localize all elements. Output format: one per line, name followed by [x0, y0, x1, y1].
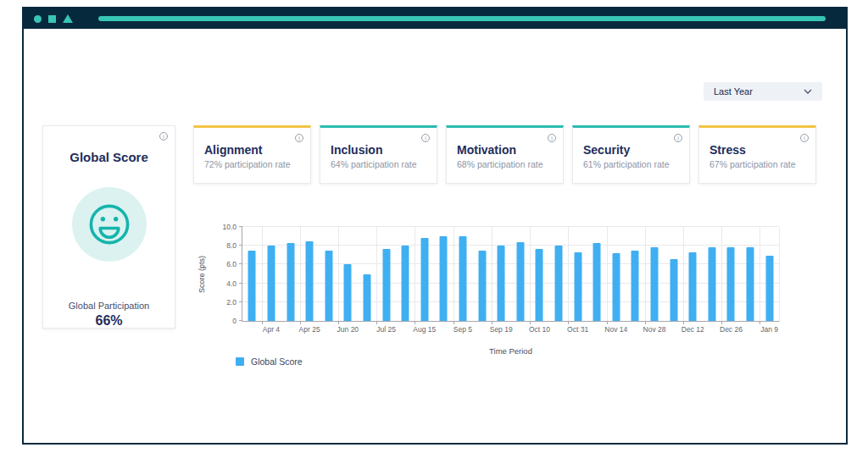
smiley-face-icon [86, 202, 132, 247]
chart-x-tick-label: Nov 28 [643, 325, 666, 334]
chart-bar[interactable] [267, 246, 275, 321]
chart-bar[interactable] [344, 264, 352, 321]
global-score-title: Global Score [43, 150, 175, 164]
chart-x-tick [568, 321, 569, 324]
chart-bar[interactable] [248, 251, 256, 321]
chart-bar[interactable] [287, 243, 294, 321]
chart-gridline-v [376, 227, 377, 321]
metric-card-stress[interactable]: Stress67% participation rate [698, 125, 816, 184]
info-icon[interactable] [295, 134, 303, 142]
period-select-value: Last Year [714, 86, 753, 97]
info-icon[interactable] [159, 132, 168, 141]
chart-gridline-v [607, 227, 608, 321]
chart-bar[interactable] [325, 251, 332, 321]
chart-bar[interactable] [382, 249, 390, 321]
chart-gridline-v [300, 227, 301, 321]
info-icon[interactable] [674, 134, 682, 142]
chart-bar[interactable] [440, 236, 448, 321]
chart-x-tick [607, 321, 608, 324]
chart-y-tick [239, 226, 242, 227]
chart-bar[interactable] [612, 253, 620, 321]
metric-card-inclusion[interactable]: Inclusion64% participation rate [320, 125, 437, 184]
window-square-icon[interactable] [48, 15, 56, 23]
window-triangle-icon[interactable] [63, 14, 73, 23]
chart-bar[interactable] [689, 252, 697, 321]
chart-bar[interactable] [555, 246, 563, 321]
chart-bar[interactable] [670, 259, 677, 321]
metric-card-title: Security [583, 143, 679, 157]
chart-gridline-v [568, 227, 569, 321]
chart-x-tick-label: Jan 9 [760, 325, 778, 334]
global-score-card[interactable]: Global Score Global Participation 66% [42, 125, 175, 329]
chart-bar[interactable] [306, 241, 314, 321]
dashboard-content: Last Year Global Score Global Participat… [24, 29, 846, 443]
info-icon[interactable] [548, 134, 556, 142]
metric-card-subtitle: 67% participation rate [709, 159, 805, 169]
chart-x-tick-label: Nov 14 [604, 325, 627, 334]
chart-bar[interactable] [593, 243, 601, 321]
chart-bar[interactable] [536, 249, 543, 321]
chart-gridline-v [415, 227, 415, 321]
chart-x-tick [376, 321, 377, 324]
metric-card-title: Alignment [204, 143, 300, 157]
chart-y-tick-label: 2.0 [226, 298, 236, 307]
chart-legend-item[interactable]: Global Score [236, 356, 303, 367]
chart-bar[interactable] [574, 252, 581, 321]
chart-bar[interactable] [708, 247, 715, 321]
browser-titlebar [24, 8, 846, 29]
chart-y-tick [239, 245, 242, 246]
chart-bar[interactable] [402, 246, 409, 321]
chart-x-tick-label: Oct 31 [567, 325, 588, 334]
metric-card-title: Inclusion [331, 143, 426, 157]
chart-bar[interactable] [747, 247, 754, 321]
chart-x-tick [683, 321, 684, 324]
metric-card-title: Stress [709, 143, 805, 157]
chart-bar[interactable] [459, 236, 466, 321]
chart-bar[interactable] [651, 247, 659, 321]
global-participation-label: Global Participation [43, 301, 175, 311]
chart-bar[interactable] [765, 256, 773, 321]
chart-gridline-h [242, 283, 779, 284]
chart-x-tick [530, 321, 531, 324]
metric-card-subtitle: 61% participation rate [583, 159, 679, 169]
chart-bar[interactable] [632, 251, 639, 321]
chart-y-tick [239, 320, 242, 321]
chart-bar[interactable] [516, 242, 524, 321]
chart-bar[interactable] [420, 238, 428, 321]
chart-y-tick [239, 263, 242, 264]
chart-y-tick-label: 6.0 [226, 260, 236, 268]
period-select[interactable]: Last Year [704, 82, 822, 101]
metric-card-alignment[interactable]: Alignment72% participation rate [193, 125, 311, 184]
chart-y-tick-label: 4.0 [226, 279, 236, 288]
chart-x-tick-label: Sep 19 [490, 325, 513, 334]
chart-gridline-h [242, 226, 779, 227]
chart-bar[interactable] [363, 274, 370, 322]
metric-card-subtitle: 68% participation rate [457, 159, 553, 169]
chart-x-tick-label: Oct 10 [529, 325, 550, 334]
metric-card-motivation[interactable]: Motivation68% participation rate [446, 125, 564, 184]
address-bar[interactable] [98, 16, 826, 21]
chart-plot: Score (pts) Time Period Global Score 02.… [242, 227, 780, 322]
window-circle-icon[interactable] [34, 15, 42, 23]
chart-x-tick [492, 321, 492, 324]
chart-x-tick-label: Dec 26 [720, 325, 743, 334]
chart-bar[interactable] [727, 247, 735, 321]
chart-x-tick-label: Apr 25 [299, 325, 320, 334]
chevron-down-icon [804, 89, 812, 94]
chart-gridline-v [683, 227, 684, 321]
chart-gridline-v [721, 227, 722, 321]
chart-x-axis-label: Time Period [489, 346, 532, 356]
chart-y-tick [239, 301, 242, 302]
info-icon[interactable] [800, 134, 809, 142]
chart-x-tick-label: Apr 4 [263, 325, 280, 334]
chart-x-tick [415, 321, 415, 324]
chart-gridline-v [453, 227, 454, 321]
chart-gridline-v [760, 227, 760, 321]
chart-gridline-v [645, 227, 646, 321]
info-icon[interactable] [421, 134, 430, 142]
chart-bar[interactable] [478, 251, 486, 321]
chart-bar[interactable] [498, 246, 505, 321]
chart-x-tick [300, 321, 301, 324]
metric-card-security[interactable]: Security61% participation rate [572, 125, 690, 184]
metric-card-subtitle: 64% participation rate [331, 159, 426, 169]
